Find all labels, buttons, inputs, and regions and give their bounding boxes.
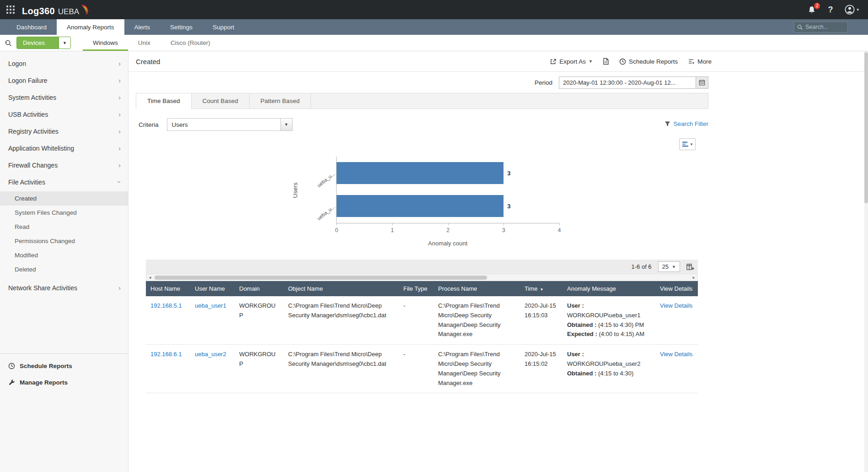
sidebar-item-label: Network Share Activities [8,284,118,292]
column-header-user-name[interactable]: User Name [190,281,235,296]
column-header-file-type[interactable]: File Type [399,281,434,296]
export-as-button[interactable]: Export As ▼ [550,58,593,65]
msg-expected-label: Expected : [567,331,597,337]
user-link[interactable]: ueba_user1 [195,302,226,309]
criteria-selected-value: Users [167,119,280,130]
sidebar-item-firewall-changes[interactable]: Firewall Changes › [0,157,128,174]
tab-anomaly-reports[interactable]: Anomaly Reports [57,19,124,35]
help-button[interactable]: ? [828,5,833,15]
view-details-link[interactable]: View Details [660,351,692,358]
column-header-view-details[interactable]: View Details [655,281,698,296]
chart-bar[interactable] [337,162,504,184]
view-details-link[interactable]: View Details [660,302,692,309]
column-header-host-name[interactable]: Host Name [146,281,190,296]
axis-tick [337,223,337,225]
tab-settings[interactable]: Settings [160,19,203,35]
user-link[interactable]: ueba_user2 [195,351,226,358]
tab-unix[interactable]: Unix [128,35,161,51]
criteria-label: Criteria [139,121,159,128]
search-filter-label: Search Filter [673,120,708,127]
chart-type-selector[interactable]: ▾ [679,138,696,150]
tab-cisco-router[interactable]: Cisco (Router) [161,35,220,51]
period-range-input[interactable] [559,76,696,89]
calendar-button[interactable] [696,76,708,89]
sidebar-item-logon[interactable]: Logon › [0,55,128,72]
notification-badge: 2 [814,3,820,9]
devices-dropdown[interactable]: Devices ▼ [16,37,71,49]
search-filter-link[interactable]: Search Filter [664,120,708,127]
column-header-domain[interactable]: Domain [235,281,284,296]
page-body: Logon › Logon Failure › System Activitie… [0,51,868,472]
tab-support[interactable]: Support [203,19,244,35]
export-schedule-button[interactable] [603,58,609,65]
sidebar-footer-label: Schedule Reports [20,363,72,369]
sidebar-item-system-files-changed[interactable]: System Files Changed [0,206,128,220]
sidebar-item-usb-activities[interactable]: USB Activities › [0,106,128,123]
sidebar-item-label: Registry Activities [8,128,118,135]
scroll-left-arrow[interactable]: ◄ [146,274,154,281]
chevron-down-icon: ▼ [59,37,70,49]
host-link[interactable]: 192.168.6.1 [150,351,182,358]
chevron-down-icon: ▼ [280,119,292,130]
chevron-right-icon: › [118,284,121,292]
schedule-reports-button[interactable]: Schedule Reports [619,58,678,65]
app-launcher-icon[interactable] [6,5,15,14]
global-search-box[interactable] [794,22,848,33]
scrollbar-thumb[interactable] [155,276,487,280]
vertical-scrollbar[interactable] [864,51,868,472]
column-header-time[interactable]: Time▼ [520,281,563,296]
page-title: Created [136,58,160,65]
column-chooser-button[interactable] [686,263,694,271]
criteria-select[interactable]: Users ▼ [167,118,293,131]
host-link[interactable]: 192.168.5.1 [150,302,182,309]
column-header-object-name[interactable]: Object Name [284,281,399,296]
sidebar-item-modified[interactable]: Modified [0,248,128,262]
sidebar-item-system-activities[interactable]: System Activities › [0,89,128,106]
column-header-anomaly-message[interactable]: Anomaly Message [563,281,655,296]
sidebar-search-toggle[interactable] [0,35,16,51]
cell-process-name: C:\Program Files\Trend Micro\Deep Securi… [434,296,520,345]
column-header-process-name[interactable]: Process Name [434,281,520,296]
chevron-down-icon: ▼ [589,59,593,64]
chart-x-axis-title: Anomaly count [336,240,559,247]
sidebar-item-logon-failure[interactable]: Logon Failure › [0,72,128,89]
file-activities-submenu: Created System Files Changed Read Permis… [0,190,128,279]
sidebar-item-registry-activities[interactable]: Registry Activities › [0,123,128,140]
sidebar-manage-reports[interactable]: Manage Reports [0,374,128,391]
chart-category-label: ueba_u... [316,170,337,188]
notifications-button[interactable]: 2 [808,5,816,14]
tab-windows[interactable]: Windows [83,35,128,51]
chevron-right-icon: › [118,110,121,118]
chart-plot-area: Users ueba_u... ueba_u... 3 3 [336,157,559,223]
tab-time-based[interactable]: Time Based [136,93,192,109]
sidebar-footer-label: Manage Reports [20,379,68,386]
tab-pattern-based[interactable]: Pattern Based [250,93,311,109]
pagination-bar: 1-6 of 6 25 ▼ [146,260,698,274]
chevron-right-icon: › [118,76,121,84]
scrollbar-thumb[interactable] [864,52,868,203]
tab-alerts[interactable]: Alerts [124,19,161,35]
sidebar-item-created[interactable]: Created [0,191,128,206]
chevron-right-icon: › [118,144,121,152]
global-search-input[interactable] [805,24,845,30]
user-menu-button[interactable]: ▾ [845,5,859,15]
sidebar-item-read[interactable]: Read [0,220,128,234]
sort-desc-icon: ▼ [540,288,543,292]
sidebar-item-file-activities[interactable]: File Activities › [0,174,128,190]
sidebar-schedule-reports[interactable]: Schedule Reports [0,358,128,374]
more-button[interactable]: More [688,58,712,65]
tab-count-based[interactable]: Count Based [192,93,250,109]
sidebar-item-network-share-activities[interactable]: Network Share Activities › [0,279,128,296]
sidebar-item-permissions-changed[interactable]: Permissions Changed [0,234,128,248]
msg-obtained-value: (4:15 to 4:30) [598,370,633,377]
sidebar-item-deleted[interactable]: Deleted [0,262,128,277]
scrollbar-track[interactable] [154,274,690,281]
tab-dashboard[interactable]: Dashboard [6,19,57,35]
page-size-dropdown[interactable]: 25 ▼ [658,261,680,272]
msg-expected-value: (4:00 to 4:15) AM [599,331,644,337]
x-tick-label: 2 [446,227,450,233]
sidebar-item-application-whitelisting[interactable]: Application Whitelisting › [0,140,128,157]
scroll-right-arrow[interactable]: ► [690,274,697,281]
horizontal-scrollbar[interactable]: ◄ ► [146,274,698,281]
chart-bar[interactable] [337,195,504,217]
